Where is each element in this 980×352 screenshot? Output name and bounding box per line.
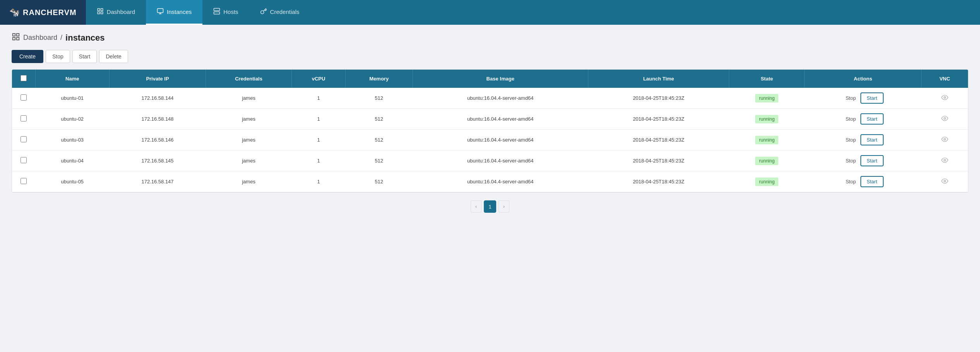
svg-rect-3 bbox=[101, 12, 103, 14]
logo-area: 🐄 RANCHERVM bbox=[0, 0, 86, 25]
nav-credentials-label: Credentials bbox=[270, 9, 300, 15]
row-checkbox-3[interactable] bbox=[21, 157, 27, 163]
row-launch-time: 2018-04-25T18:45:23Z bbox=[588, 130, 729, 150]
header: 🐄 RANCHERVM Dashboard Instances Hosts bbox=[0, 0, 980, 25]
header-actions: Actions bbox=[805, 70, 921, 88]
vnc-icon[interactable] bbox=[941, 137, 948, 144]
svg-rect-12 bbox=[17, 34, 19, 36]
row-launch-time: 2018-04-25T18:45:23Z bbox=[588, 150, 729, 171]
row-actions: Stop Start bbox=[805, 130, 921, 150]
header-vnc: VNC bbox=[921, 70, 968, 88]
header-vcpu: vCPU bbox=[292, 70, 346, 88]
row-actions: Stop Start bbox=[805, 109, 921, 130]
nav-credentials[interactable]: Credentials bbox=[249, 0, 310, 25]
breadcrumb-current: instances bbox=[65, 33, 105, 43]
row-stop-button[interactable]: Stop bbox=[843, 177, 859, 186]
row-vnc bbox=[921, 150, 968, 171]
table-row: ubuntu-01 172.16.58.144 james 1 512 ubun… bbox=[12, 88, 968, 109]
svg-point-15 bbox=[944, 96, 946, 98]
header-base-image: Base Image bbox=[413, 70, 588, 88]
svg-point-19 bbox=[944, 180, 946, 182]
row-name: ubuntu-05 bbox=[35, 171, 110, 192]
dashboard-icon bbox=[97, 8, 104, 16]
row-checkbox-cell bbox=[12, 88, 35, 109]
svg-rect-1 bbox=[101, 9, 103, 10]
row-checkbox-4[interactable] bbox=[21, 178, 27, 184]
row-base-image: ubuntu:16.04.4-server-amd64 bbox=[413, 171, 588, 192]
row-actions: Stop Start bbox=[805, 88, 921, 109]
row-credentials: james bbox=[206, 109, 291, 130]
instances-icon bbox=[157, 8, 164, 16]
row-checkbox-0[interactable] bbox=[21, 94, 27, 101]
state-badge: running bbox=[755, 136, 778, 144]
start-button[interactable]: Start bbox=[72, 50, 97, 63]
row-memory: 512 bbox=[345, 88, 413, 109]
create-button[interactable]: Create bbox=[12, 50, 43, 63]
svg-rect-7 bbox=[214, 8, 220, 10]
row-start-button[interactable]: Start bbox=[860, 176, 883, 187]
row-credentials: james bbox=[206, 150, 291, 171]
nav-hosts-label: Hosts bbox=[223, 9, 238, 15]
nav-instances[interactable]: Instances bbox=[146, 0, 202, 25]
row-checkbox-cell bbox=[12, 150, 35, 171]
row-checkbox-2[interactable] bbox=[21, 136, 27, 142]
row-start-button[interactable]: Start bbox=[860, 113, 883, 125]
row-vnc bbox=[921, 109, 968, 130]
row-start-button[interactable]: Start bbox=[860, 92, 883, 104]
state-badge: running bbox=[755, 178, 778, 186]
row-state: running bbox=[729, 171, 805, 192]
svg-rect-0 bbox=[98, 9, 99, 10]
row-credentials: james bbox=[206, 88, 291, 109]
credentials-icon bbox=[260, 8, 267, 16]
row-credentials: james bbox=[206, 171, 291, 192]
brand-name: RANCHERVM bbox=[23, 8, 77, 17]
row-name: ubuntu-02 bbox=[35, 109, 110, 130]
instances-tbody: ubuntu-01 172.16.58.144 james 1 512 ubun… bbox=[12, 88, 968, 192]
row-checkbox-cell bbox=[12, 130, 35, 150]
svg-rect-4 bbox=[158, 9, 163, 13]
row-start-button[interactable]: Start bbox=[860, 134, 883, 145]
row-checkbox-1[interactable] bbox=[21, 115, 27, 121]
nav-dashboard[interactable]: Dashboard bbox=[86, 0, 146, 25]
row-start-button[interactable]: Start bbox=[860, 155, 883, 166]
vnc-icon[interactable] bbox=[941, 158, 948, 165]
row-name: ubuntu-04 bbox=[35, 150, 110, 171]
row-vnc bbox=[921, 88, 968, 109]
svg-point-18 bbox=[944, 159, 946, 161]
header-credentials: Credentials bbox=[206, 70, 291, 88]
svg-point-16 bbox=[944, 117, 946, 119]
header-state: State bbox=[729, 70, 805, 88]
row-vcpu: 1 bbox=[292, 130, 346, 150]
row-stop-button[interactable]: Stop bbox=[843, 156, 859, 165]
row-vnc bbox=[921, 130, 968, 150]
header-checkbox-col bbox=[12, 70, 35, 88]
row-private-ip: 172.16.58.145 bbox=[110, 150, 206, 171]
row-stop-button[interactable]: Stop bbox=[843, 94, 859, 103]
row-state: running bbox=[729, 109, 805, 130]
vnc-icon[interactable] bbox=[941, 116, 948, 123]
row-private-ip: 172.16.58.144 bbox=[110, 88, 206, 109]
breadcrumb-parent[interactable]: Dashboard bbox=[23, 34, 57, 42]
nav-hosts[interactable]: Hosts bbox=[202, 0, 249, 25]
row-base-image: ubuntu:16.04.4-server-amd64 bbox=[413, 88, 588, 109]
row-stop-button[interactable]: Stop bbox=[843, 114, 859, 123]
stop-button[interactable]: Stop bbox=[46, 50, 70, 63]
header-private-ip: Private IP bbox=[110, 70, 206, 88]
pagination-page-1[interactable]: 1 bbox=[484, 200, 496, 213]
state-badge: running bbox=[755, 157, 778, 165]
row-vcpu: 1 bbox=[292, 88, 346, 109]
header-name: Name bbox=[35, 70, 110, 88]
vnc-icon[interactable] bbox=[941, 179, 948, 186]
row-private-ip: 172.16.58.148 bbox=[110, 109, 206, 130]
pagination-next[interactable]: › bbox=[499, 200, 509, 213]
row-actions: Stop Start bbox=[805, 171, 921, 192]
pagination-prev[interactable]: ‹ bbox=[471, 200, 481, 213]
row-stop-button[interactable]: Stop bbox=[843, 135, 859, 144]
row-memory: 512 bbox=[345, 150, 413, 171]
delete-button[interactable]: Delete bbox=[99, 50, 128, 63]
vnc-icon[interactable] bbox=[941, 96, 948, 102]
select-all-checkbox[interactable] bbox=[21, 75, 27, 81]
svg-rect-2 bbox=[98, 12, 99, 14]
row-private-ip: 172.16.58.147 bbox=[110, 171, 206, 192]
row-private-ip: 172.16.58.146 bbox=[110, 130, 206, 150]
